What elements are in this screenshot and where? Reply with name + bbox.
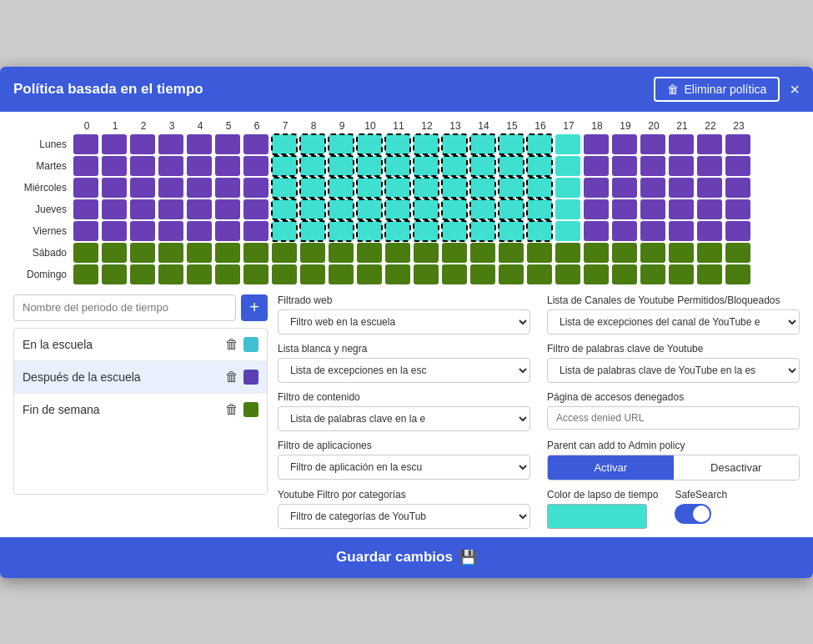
cal-cell[interactable] [300, 243, 325, 263]
cal-cell[interactable] [414, 199, 439, 219]
cal-cell[interactable] [612, 156, 637, 176]
cal-cell[interactable] [329, 264, 354, 284]
content-filter-select[interactable]: Lista de palabras clave en la e [278, 406, 530, 431]
cal-cell[interactable] [697, 199, 722, 219]
cal-cell[interactable] [470, 156, 495, 176]
cal-cell[interactable] [697, 243, 722, 263]
cal-cell[interactable] [300, 134, 325, 154]
cal-cell[interactable] [640, 178, 665, 198]
cal-cell[interactable] [414, 134, 439, 154]
cal-cell[interactable] [725, 199, 750, 219]
cal-cell[interactable] [470, 221, 495, 241]
cal-cell[interactable] [669, 264, 694, 284]
app-filter-select[interactable]: Filtro de aplicación en la escu [278, 455, 530, 480]
cal-cell[interactable] [499, 243, 524, 263]
period-delete-icon[interactable]: 🗑 [225, 402, 238, 417]
cal-cell[interactable] [612, 221, 637, 241]
cal-cell[interactable] [385, 221, 410, 241]
cal-cell[interactable] [555, 199, 580, 219]
cal-cell[interactable] [442, 156, 467, 176]
cal-cell[interactable] [215, 134, 240, 154]
cal-cell[interactable] [499, 156, 524, 176]
cal-cell[interactable] [442, 221, 467, 241]
cal-cell[interactable] [470, 134, 495, 154]
cal-cell[interactable] [102, 178, 127, 198]
youtube-category-select[interactable]: Filtro de categorías de YouTub [278, 504, 530, 529]
cal-cell[interactable] [102, 221, 127, 241]
cal-cell[interactable] [442, 134, 467, 154]
cal-cell[interactable] [329, 243, 354, 263]
cal-cell[interactable] [329, 199, 354, 219]
delete-policy-button[interactable]: 🗑 Eliminar política [654, 77, 780, 102]
cal-cell[interactable] [584, 264, 609, 284]
cal-cell[interactable] [555, 134, 580, 154]
cal-cell[interactable] [527, 221, 552, 241]
cal-cell[interactable] [385, 199, 410, 219]
cal-cell[interactable] [102, 243, 127, 263]
cal-cell[interactable] [73, 221, 98, 241]
cal-cell[interactable] [414, 221, 439, 241]
cal-cell[interactable] [640, 199, 665, 219]
cal-cell[interactable] [158, 221, 183, 241]
cal-cell[interactable] [470, 178, 495, 198]
cal-cell[interactable] [300, 264, 325, 284]
cal-cell[interactable] [442, 243, 467, 263]
cal-cell[interactable] [697, 156, 722, 176]
save-button[interactable]: Guardar cambios 💾 [336, 549, 477, 566]
cal-cell[interactable] [102, 264, 127, 284]
cal-cell[interactable] [725, 264, 750, 284]
cal-cell[interactable] [73, 264, 98, 284]
cal-cell[interactable] [329, 221, 354, 241]
cal-cell[interactable] [215, 264, 240, 284]
cal-cell[interactable] [584, 134, 609, 154]
cal-cell[interactable] [385, 134, 410, 154]
cal-cell[interactable] [73, 243, 98, 263]
cal-cell[interactable] [414, 178, 439, 198]
cal-cell[interactable] [669, 178, 694, 198]
cal-cell[interactable] [612, 264, 637, 284]
cal-cell[interactable] [300, 221, 325, 241]
cal-cell[interactable] [669, 243, 694, 263]
cal-cell[interactable] [414, 243, 439, 263]
cal-cell[interactable] [215, 156, 240, 176]
cal-cell[interactable] [584, 156, 609, 176]
cal-cell[interactable] [243, 178, 268, 198]
cal-cell[interactable] [499, 199, 524, 219]
cal-cell[interactable] [130, 264, 155, 284]
cal-cell[interactable] [272, 134, 297, 154]
cal-cell[interactable] [555, 243, 580, 263]
cal-cell[interactable] [555, 156, 580, 176]
cal-cell[interactable] [329, 156, 354, 176]
cal-cell[interactable] [130, 178, 155, 198]
cal-cell[interactable] [527, 243, 552, 263]
color-swatch[interactable] [547, 504, 647, 529]
cal-cell[interactable] [130, 199, 155, 219]
cal-cell[interactable] [725, 156, 750, 176]
web-filter-select[interactable]: Filtro web en la escuela [278, 309, 530, 335]
cal-cell[interactable] [612, 243, 637, 263]
cal-cell[interactable] [584, 221, 609, 241]
cal-cell[interactable] [697, 221, 722, 241]
cal-cell[interactable] [158, 134, 183, 154]
cal-cell[interactable] [158, 156, 183, 176]
cal-cell[interactable] [102, 156, 127, 176]
cal-cell[interactable] [357, 243, 382, 263]
cal-cell[interactable] [300, 199, 325, 219]
cal-cell[interactable] [300, 178, 325, 198]
cal-cell[interactable] [640, 134, 665, 154]
cal-cell[interactable] [470, 243, 495, 263]
cal-cell[interactable] [584, 199, 609, 219]
cal-cell[interactable] [300, 156, 325, 176]
cal-cell[interactable] [243, 156, 268, 176]
cal-cell[interactable] [584, 178, 609, 198]
cal-cell[interactable] [158, 178, 183, 198]
cal-cell[interactable] [669, 156, 694, 176]
whitelist-select[interactable]: Lista de excepciones en la esc [278, 358, 530, 383]
access-denied-input[interactable] [547, 406, 800, 430]
cal-cell[interactable] [584, 243, 609, 263]
time-period-name-input[interactable] [13, 294, 236, 321]
cal-cell[interactable] [669, 221, 694, 241]
cal-cell[interactable] [527, 199, 552, 219]
cal-cell[interactable] [357, 264, 382, 284]
add-period-button[interactable]: + [241, 294, 268, 321]
